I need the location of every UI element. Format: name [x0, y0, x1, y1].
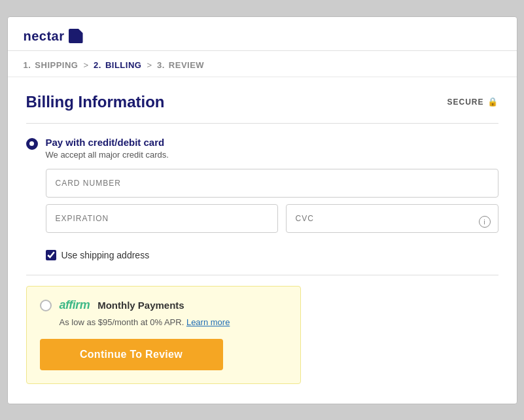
card-row: i	[46, 204, 498, 239]
step1-label: SHIPPING	[35, 60, 78, 70]
affirm-logo: affirm	[60, 298, 90, 312]
breadcrumb-step-review[interactable]: 3. REVIEW	[157, 60, 204, 70]
billing-header: Billing Information SECURE 🔒	[26, 93, 498, 111]
affirm-panel: affirm Monthly Payments As low as $95/mo…	[26, 286, 301, 384]
credit-card-sub: We accept all major credit cards.	[46, 150, 169, 160]
credit-card-radio[interactable]	[26, 138, 38, 150]
credit-card-option[interactable]: Pay with credit/debit card We accept all…	[26, 137, 498, 160]
step2-num: 2.	[94, 60, 101, 70]
cvc-info-icon[interactable]: i	[479, 216, 491, 228]
use-shipping-row: Use shipping address	[46, 250, 498, 260]
step3-num: 3.	[157, 60, 165, 70]
affirm-radio[interactable]	[40, 300, 52, 311]
affirm-option-row: affirm Monthly Payments	[40, 298, 287, 312]
step1-num: 1.	[24, 60, 31, 70]
affirm-desc: As low as $95/month at 0% APR. Learn mor…	[60, 317, 287, 327]
affirm-learn-more-link[interactable]: Learn more	[186, 317, 230, 327]
section-divider	[26, 275, 498, 275]
use-shipping-label: Use shipping address	[61, 250, 150, 260]
affirm-label: Monthly Payments	[97, 300, 184, 311]
arrow-1: >	[83, 60, 88, 70]
step3-label: REVIEW	[169, 60, 204, 70]
logo-icon	[69, 29, 83, 43]
secure-badge: SECURE 🔒	[447, 97, 498, 107]
expiration-input[interactable]	[46, 204, 278, 233]
affirm-desc-text: As low as $95/month at 0% APR.	[60, 317, 184, 327]
cvc-wrapper: i	[286, 204, 498, 239]
credit-card-label: Pay with credit/debit card	[46, 137, 169, 148]
card-fields: i	[46, 169, 498, 239]
breadcrumb: 1. SHIPPING > 2. BILLING > 3. REVIEW	[8, 51, 517, 77]
logo: nectar	[24, 29, 501, 44]
cvc-input[interactable]	[286, 204, 498, 233]
card-number-input[interactable]	[46, 169, 498, 198]
checkout-window: nectar 1. SHIPPING > 2. BILLING > 3. REV…	[7, 16, 517, 404]
breadcrumb-step-shipping[interactable]: 1. SHIPPING	[24, 60, 79, 70]
continue-to-review-button[interactable]: Continue To Review	[40, 339, 223, 370]
top-divider	[26, 123, 498, 124]
credit-card-info: Pay with credit/debit card We accept all…	[46, 137, 169, 160]
step2-label: BILLING	[105, 60, 142, 70]
arrow-2: >	[147, 60, 152, 70]
use-shipping-checkbox[interactable]	[46, 250, 56, 260]
header: nectar	[8, 17, 517, 51]
lock-icon: 🔒	[487, 97, 498, 107]
breadcrumb-step-billing[interactable]: 2. BILLING	[94, 60, 141, 70]
billing-title: Billing Information	[26, 93, 165, 111]
main-content: Billing Information SECURE 🔒 Pay with cr…	[8, 77, 517, 404]
logo-text: nectar	[24, 29, 65, 44]
secure-label: SECURE	[447, 97, 483, 107]
